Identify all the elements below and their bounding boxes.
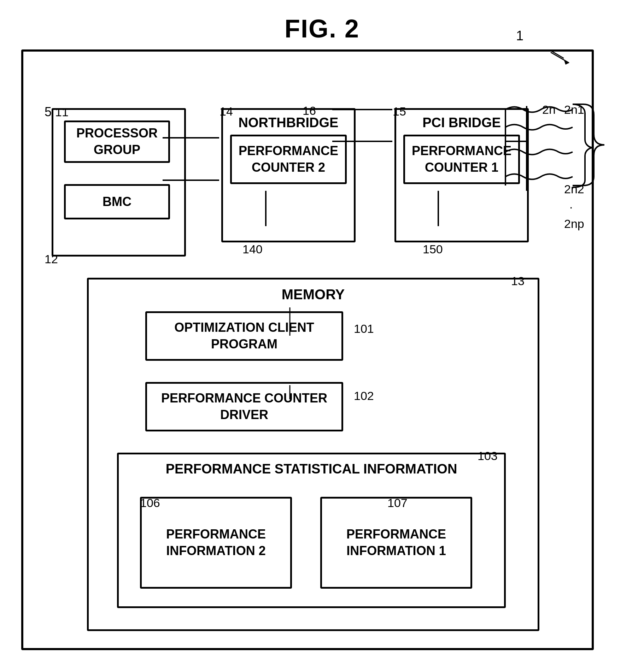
- label-11: 11: [55, 105, 69, 119]
- label-14: 14: [219, 105, 233, 118]
- label-1: 1: [516, 28, 523, 43]
- opt-client-label: OPTIMIZATION CLIENT PROGRAM: [147, 319, 341, 353]
- northbridge-title: NORTHBRIDGE: [223, 110, 354, 134]
- perf-driver-label: PERFORMANCE COUNTER DRIVER: [147, 390, 341, 423]
- label-13: 13: [511, 274, 525, 288]
- perf-counter2-box: PERFORMANCE COUNTER 2: [230, 135, 347, 184]
- memory-box: MEMORY OPTIMIZATION CLIENT PROGRAM 101 P…: [87, 278, 539, 631]
- opt-client-box: OPTIMIZATION CLIENT PROGRAM: [145, 311, 343, 361]
- label-2n: 2n: [542, 103, 556, 117]
- outer-system-box: PROCESSOR GROUP BMC 11 12 5 NORTHBRIDGE …: [21, 49, 594, 650]
- processor-group-label: PROCESSOR GROUP: [66, 125, 168, 158]
- label-15: 15: [393, 105, 406, 118]
- perf-counter1-box: PERFORMANCE COUNTER 1: [403, 135, 520, 184]
- label-2n2: 2n2: [564, 182, 584, 196]
- bmc-label: BMC: [103, 194, 131, 210]
- perf-driver-box: PERFORMANCE COUNTER DRIVER: [145, 382, 343, 431]
- memory-title: MEMORY: [89, 279, 538, 308]
- pci-bridge-title: PCI BRIDGE: [396, 110, 527, 134]
- perf-info2-label: PERFORMANCE INFORMATION 2: [142, 526, 290, 559]
- label-140: 140: [242, 242, 263, 256]
- label-16: 16: [303, 104, 316, 118]
- label-2np: 2np: [564, 217, 584, 231]
- perf-info1-box: PERFORMANCE INFORMATION 1: [320, 497, 472, 589]
- label-150: 150: [423, 242, 443, 256]
- perf-info2-box: PERFORMANCE INFORMATION 2: [140, 497, 292, 589]
- pci-bridge-box: PCI BRIDGE PERFORMANCE COUNTER 1: [394, 108, 529, 242]
- figure-title: FIG. 2: [0, 0, 644, 43]
- perf-counter1-label: PERFORMANCE COUNTER 1: [405, 143, 518, 176]
- perf-stat-box: PERFORMANCE STATISTICAL INFORMATION 106 …: [117, 453, 506, 608]
- bmc-box: BMC: [64, 184, 170, 219]
- label-2n1: 2n1: [564, 103, 584, 117]
- perf-info1-label: PERFORMANCE INFORMATION 1: [322, 526, 470, 559]
- label-5: 5: [45, 105, 52, 119]
- label-12: 12: [45, 252, 58, 266]
- perf-counter2-label: PERFORMANCE COUNTER 2: [232, 143, 345, 176]
- label-102: 102: [354, 389, 374, 403]
- label-dots: ·: [569, 200, 573, 214]
- label-103: 103: [478, 449, 498, 463]
- label-101: 101: [354, 322, 374, 336]
- diagram-page: FIG. 2 1 PROCESSOR GROUP BMC 11 12 5 NOR…: [0, 0, 644, 671]
- perf-stat-title: PERFORMANCE STATISTICAL INFORMATION: [119, 454, 504, 480]
- northbridge-box: NORTHBRIDGE PERFORMANCE COUNTER 2: [221, 108, 356, 242]
- node-5-box: PROCESSOR GROUP BMC: [52, 108, 186, 257]
- processor-group-box: PROCESSOR GROUP: [64, 120, 170, 163]
